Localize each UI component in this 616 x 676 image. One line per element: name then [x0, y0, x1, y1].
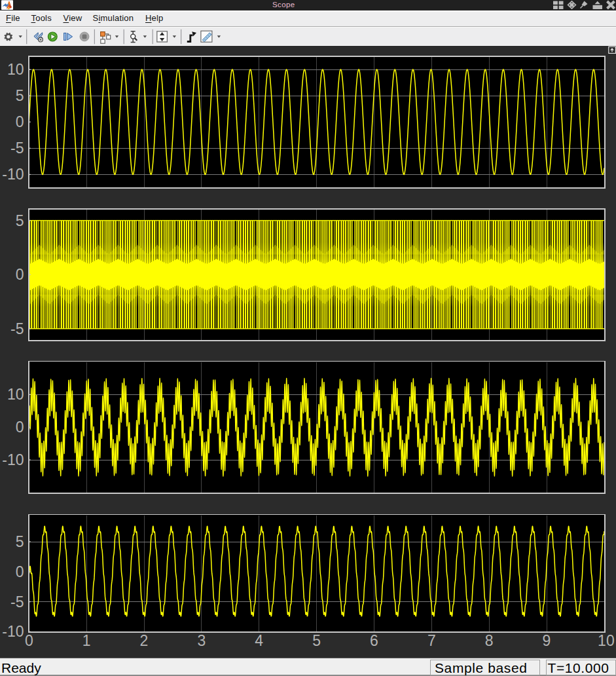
- svg-text:1: 1: [82, 632, 91, 649]
- svg-text:-5: -5: [10, 140, 24, 157]
- svg-text:10: 10: [598, 632, 615, 649]
- svg-text:9: 9: [543, 632, 551, 649]
- svg-text:-10: -10: [2, 623, 24, 640]
- svg-text:5: 5: [312, 632, 321, 649]
- svg-text:7: 7: [427, 632, 436, 649]
- svg-text:3: 3: [198, 632, 206, 649]
- svg-text:0: 0: [16, 563, 24, 580]
- svg-text:0: 0: [16, 266, 24, 283]
- svg-text:2: 2: [140, 632, 149, 649]
- svg-text:10: 10: [7, 386, 24, 403]
- svg-text:4: 4: [255, 632, 263, 649]
- svg-text:6: 6: [370, 632, 378, 649]
- svg-text:-5: -5: [10, 320, 24, 337]
- svg-text:5: 5: [16, 212, 24, 229]
- svg-text:10: 10: [7, 61, 24, 78]
- svg-text:5: 5: [16, 87, 24, 104]
- svg-text:8: 8: [485, 632, 494, 649]
- svg-text:0: 0: [16, 419, 24, 436]
- svg-text:0: 0: [16, 113, 24, 130]
- svg-text:-5: -5: [10, 593, 24, 610]
- svg-text:5: 5: [16, 533, 24, 550]
- svg-text:0: 0: [25, 632, 33, 649]
- svg-text:-10: -10: [2, 166, 24, 183]
- svg-text:-10: -10: [2, 451, 24, 468]
